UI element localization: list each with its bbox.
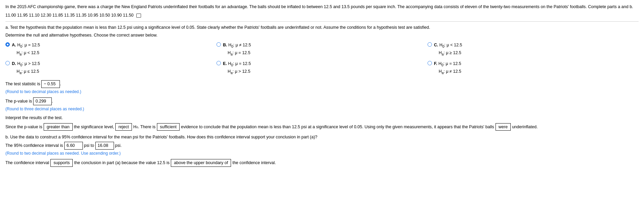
monitor-icon[interactable] [136, 14, 141, 18]
test-stat-label: The test statistic is [5, 82, 40, 86]
ci-label: The 95% confidence interval is [5, 143, 63, 148]
ci-lower[interactable]: 6.60 [64, 142, 83, 150]
option-A[interactable]: A. H0: μ = 12.5 Ha: μ < 12.5 [5, 42, 216, 57]
hypothesis-text-F: F. H0: μ = 12.5 Ha: μ ≠ 12.5 [434, 60, 461, 75]
conf-middle: the conclusion in part (a) because the v… [74, 160, 169, 166]
dropdown-greater-than[interactable]: greater than [44, 123, 72, 131]
radio-C[interactable] [428, 42, 432, 47]
divider [5, 21, 639, 22]
interpret-sentence-row: Since the p-value is greater than the si… [5, 123, 639, 131]
hypothesis-text-C: C. H0: μ < 12.5 Ha: μ ≥ 12.5 [434, 42, 462, 57]
dropdown-sufficient[interactable]: sufficient [157, 123, 180, 131]
hypothesis-text-B: B. H0: μ ≠ 12.5 Ha: μ = 12.5 [223, 42, 251, 57]
hypothesis-text-A: A. H0: μ = 12.5 Ha: μ < 12.5 [12, 42, 40, 57]
pvalue-note: (Round to three decimal places as needed… [5, 106, 639, 112]
sentence-h0: H₀. There is [133, 124, 156, 130]
sentence-suffix: evidence to conclude that the population… [181, 124, 494, 130]
ci-upper[interactable]: 16.08 [95, 142, 114, 150]
radio-B[interactable] [216, 42, 221, 47]
sub-question: Determine the null and alternative hypot… [5, 32, 639, 39]
test-stat-value[interactable]: − 0.55 [41, 80, 60, 88]
pvalue-label: The p-value is [5, 99, 32, 104]
ci-note: (Round to two decimal places as needed. … [5, 150, 639, 156]
hypothesis-text-E: E. H0: μ = 12.5 Ha: μ > 12.5 [223, 60, 251, 75]
dropdown-supports[interactable]: supports [50, 159, 73, 167]
option-C[interactable]: C. H0: μ < 12.5 Ha: μ ≥ 12.5 [428, 42, 639, 57]
ci-end: psi. [115, 143, 121, 148]
confidence-conclusion-row: The confidence interval supports the con… [5, 159, 639, 167]
interpret-label: Interpret the results of the test. [5, 115, 639, 121]
test-stat-note: (Round to two decimal places as needed.) [5, 89, 639, 95]
test-stat-row: The test statistic is − 0.55. [5, 80, 639, 88]
part-b-question: b. Use the data to construct a 95% confi… [5, 134, 639, 140]
part-a-question: a. Test the hypothesis that the populati… [5, 24, 639, 31]
hypotheses-grid: A. H0: μ = 12.5 Ha: μ < 12.5 B. H0: μ ≠ … [5, 42, 639, 75]
ci-row: The 95% confidence interval is 6.60 psi … [5, 142, 639, 150]
sentence-prefix: Since the p-value is [5, 124, 42, 130]
option-E[interactable]: E. H0: μ = 12.5 Ha: μ > 12.5 [216, 60, 428, 75]
dropdown-were[interactable]: were [496, 123, 511, 131]
radio-F[interactable] [428, 61, 432, 65]
data-row: 11.00 11.95 11.10 12.30 11.85 11.35 11.3… [5, 12, 639, 19]
option-F[interactable]: F. H0: μ = 12.5 Ha: μ ≠ 12.5 [428, 60, 639, 75]
option-D[interactable]: D. H0: μ > 12.5 Ha: μ ≤ 12.5 [5, 60, 216, 75]
conf-end: the confidence interval. [232, 160, 276, 166]
option-B[interactable]: B. H0: μ ≠ 12.5 Ha: μ = 12.5 [216, 42, 428, 57]
conf-prefix: The confidence interval [5, 160, 49, 166]
sentence-middle1: the significance level, [74, 124, 114, 130]
pvalue-value[interactable]: 0.299 [33, 97, 52, 105]
sentence-end: underinflated. [512, 124, 538, 130]
data-values: 11.00 11.95 11.10 12.30 11.85 11.35 11.3… [5, 12, 134, 19]
intro-text: In the 2015 AFC championship game, there… [5, 3, 639, 10]
ci-middle: psi to [84, 143, 94, 148]
radio-E[interactable] [216, 61, 221, 65]
dropdown-above-upper-boundary[interactable]: above the upper boundary of [171, 159, 231, 167]
hypothesis-text-D: D. H0: μ > 12.5 Ha: μ ≤ 12.5 [12, 60, 40, 75]
dropdown-reject[interactable]: reject [115, 123, 132, 131]
radio-A[interactable] [5, 42, 10, 47]
radio-D[interactable] [5, 61, 10, 65]
pvalue-row: The p-value is 0.299. [5, 97, 639, 105]
